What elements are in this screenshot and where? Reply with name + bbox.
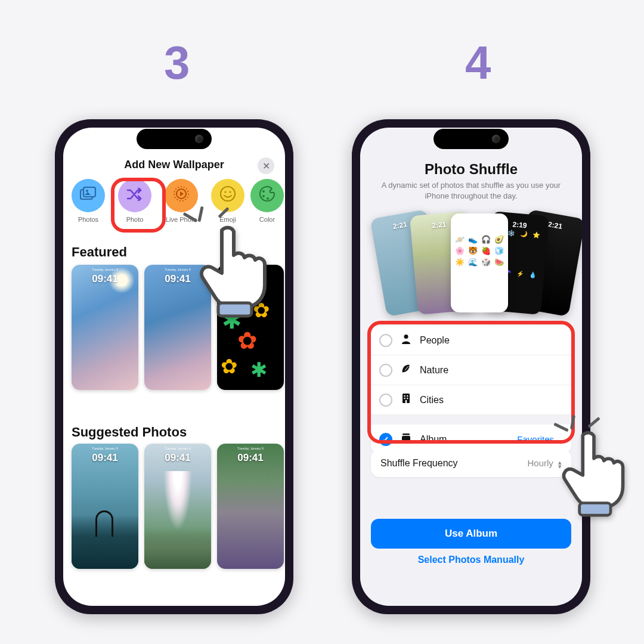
category-emoji[interactable]: Emoji xyxy=(208,179,248,223)
svg-point-10 xyxy=(267,197,269,200)
category-color[interactable]: Color xyxy=(254,179,280,223)
page-title: Photo Shuffle xyxy=(360,161,582,178)
gallery-icon xyxy=(80,187,97,205)
tap-indicator-hand xyxy=(198,224,287,322)
highlight-options xyxy=(367,321,575,444)
svg-point-7 xyxy=(229,191,231,193)
sticker-preview: 🪐👟🎧🥑 🌸🐯🍓🧊 ☀️🌊🎲🍉 xyxy=(454,235,504,267)
dynamic-island xyxy=(137,129,212,149)
select-photos-manually-link[interactable]: Select Photos Manually xyxy=(360,555,582,565)
tap-indicator-hand xyxy=(561,429,644,521)
suggested-card[interactable]: Tuesday, January 9 09:41 xyxy=(217,444,284,569)
category-label: Color xyxy=(254,216,280,223)
close-button[interactable]: ✕ xyxy=(258,157,274,174)
palette-icon xyxy=(258,185,276,207)
suggested-card[interactable]: Tuesday, January 9 09:41 xyxy=(144,444,211,569)
suggested-row: Tuesday, January 9 09:41 Tuesday, Januar… xyxy=(72,444,285,569)
svg-point-8 xyxy=(262,190,265,193)
live-photo-icon xyxy=(172,184,191,208)
page-title: Add New Wallpaper xyxy=(124,159,224,171)
frequency-value: Hourly xyxy=(527,458,553,468)
suggested-heading: Suggested Photos xyxy=(72,425,187,440)
category-row: Photos Photo Live Photo Emoji xyxy=(63,179,285,223)
step-number-3: 3 xyxy=(164,36,190,90)
step-number-4: 4 xyxy=(465,36,491,90)
phone-frame-right: Photo Shuffle A dynamic set of photos th… xyxy=(352,119,590,614)
shuffle-frequency-row[interactable]: Shuffle Frequency Hourly ▴▾ xyxy=(371,450,571,477)
frequency-label: Shuffle Frequency xyxy=(380,458,458,469)
svg-rect-1 xyxy=(83,187,95,197)
preview-stack: 2:21 2:21 🪐👟🎧🥑 🌸🐯🍓🧊 ☀️🌊🎲🍉 2:19 ☁️❄️🌙⭐ 🌧️… xyxy=(360,211,582,316)
svg-point-2 xyxy=(86,190,88,192)
suggested-card[interactable]: Tuesday, January 9 09:41 xyxy=(72,444,138,569)
phone-frame-left: Add New Wallpaper ✕ Photos Photo xyxy=(55,119,293,614)
featured-heading: Featured xyxy=(72,244,127,260)
category-label: Emoji xyxy=(208,216,248,223)
screen-add-wallpaper: Add New Wallpaper ✕ Photos Photo xyxy=(63,128,285,606)
emoji-icon xyxy=(219,185,237,207)
close-icon: ✕ xyxy=(262,160,270,172)
svg-point-5 xyxy=(221,187,235,201)
page-description: A dynamic set of photos that shuffle as … xyxy=(378,180,564,201)
svg-point-9 xyxy=(262,195,265,197)
dynamic-island xyxy=(434,129,509,149)
screen-photo-shuffle: Photo Shuffle A dynamic set of photos th… xyxy=(360,128,582,606)
svg-rect-11 xyxy=(218,303,252,316)
highlight-photo-shuffle xyxy=(111,178,166,233)
svg-rect-21 xyxy=(580,503,611,516)
use-album-button[interactable]: Use Album xyxy=(371,519,571,549)
category-live-photo[interactable]: Live Photo xyxy=(161,179,202,223)
category-label: Photos xyxy=(68,216,109,223)
svg-point-6 xyxy=(224,191,226,193)
category-photos[interactable]: Photos xyxy=(68,179,109,223)
featured-card-weather[interactable]: Tuesday, January 9 09:41 Weather xyxy=(72,265,138,390)
